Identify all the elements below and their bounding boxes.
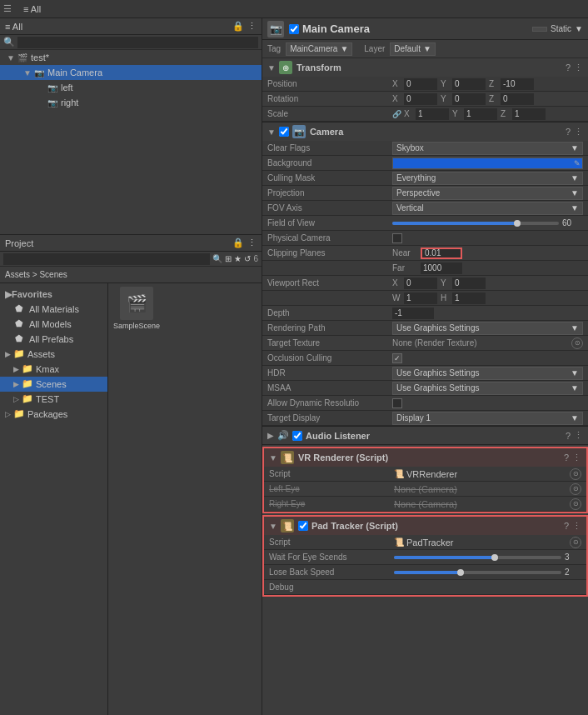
static-dropdown-icon[interactable]: ▼ — [575, 24, 583, 33]
background-color-swatch[interactable]: ✎ — [392, 158, 583, 169]
settings-icon[interactable]: ⋮ — [572, 521, 581, 532]
position-x-input[interactable] — [404, 78, 437, 90]
tree-item-all-prefabs[interactable]: ⬟ All Prefabs — [0, 332, 107, 347]
target-texture-select-button[interactable]: ⊙ — [571, 338, 583, 349]
clipping-far-input[interactable] — [421, 262, 462, 274]
scale-z-input[interactable] — [512, 108, 546, 120]
fov-slider-thumb[interactable] — [514, 220, 521, 227]
target-display-dropdown[interactable]: Display 1 ▼ — [392, 412, 583, 425]
vr-renderer-title: VR Renderer (Script) — [298, 452, 564, 462]
settings-icon[interactable]: ⋮ — [574, 430, 583, 441]
viewport-x-input[interactable] — [404, 278, 437, 289]
content-item-sample-scene[interactable]: 🎬 SampleScene — [112, 287, 162, 330]
camera-active-toggle[interactable] — [279, 127, 289, 137]
help-icon[interactable]: ? — [566, 62, 571, 72]
lose-slider-thumb[interactable] — [457, 569, 464, 576]
help-icon[interactable]: ? — [566, 431, 571, 441]
clipping-near-input[interactable] — [421, 248, 462, 259]
hierarchy-lock-icon[interactable]: 🔒 — [232, 21, 244, 32]
pad-active-toggle[interactable] — [298, 521, 308, 531]
hdr-dropdown[interactable]: Use Graphics Settings ▼ — [392, 367, 583, 380]
viewport-h-input[interactable] — [452, 292, 486, 304]
scale-x-input[interactable] — [416, 108, 449, 120]
vr-arrow-icon: ▼ — [269, 453, 277, 462]
depth-input[interactable] — [392, 308, 434, 319]
z-label: Z — [489, 79, 497, 88]
msaa-dropdown[interactable]: Use Graphics Settings ▼ — [392, 382, 583, 395]
help-icon[interactable]: ? — [564, 521, 569, 531]
help-icon[interactable]: ? — [564, 452, 569, 462]
target-texture-object: None (Render Texture) — [392, 338, 571, 348]
static-button[interactable] — [532, 27, 547, 32]
physical-camera-checkbox[interactable] — [392, 233, 402, 243]
position-y-input[interactable] — [452, 78, 486, 90]
clear-flags-dropdown[interactable]: Skybox ▼ — [392, 142, 583, 155]
lose-slider-track[interactable] — [394, 571, 561, 574]
hierarchy-panel: ≡ All 🔒 ⋮ 🔍 ▼ 🎬 test* ▼ 📷 Main Camera 📷 … — [0, 18, 262, 235]
tree-item-test[interactable]: ▷ 📁 TEST — [0, 392, 107, 407]
vr-renderer-header[interactable]: ▼ 📜 VR Renderer (Script) ? ⋮ — [264, 448, 586, 467]
hierarchy-item-left[interactable]: 📷 left — [0, 80, 262, 95]
hierarchy-item-test[interactable]: ▼ 🎬 test* — [0, 50, 262, 65]
refresh-icon[interactable]: ↺ — [244, 254, 251, 263]
rotation-z-input[interactable] — [501, 93, 534, 105]
star-icon[interactable]: ★ — [234, 254, 242, 263]
projection-dropdown[interactable]: Perspective ▼ — [392, 187, 583, 200]
pad-tracker-header[interactable]: ▼ 📜 Pad Tracker (Script) ? ⋮ — [264, 517, 586, 535]
pad-script-value: 📜 PadTracker ⊙ — [394, 537, 581, 548]
settings-icon[interactable]: ⋮ — [572, 452, 581, 463]
tree-item-kmax[interactable]: ▶ 📁 Kmax — [0, 362, 107, 377]
culling-mask-dropdown[interactable]: Everything ▼ — [392, 172, 583, 185]
prefab-icon: ⬟ — [15, 333, 27, 345]
hierarchy-search-input[interactable] — [17, 37, 258, 48]
pad-script-label: Script — [269, 538, 394, 547]
rotation-x-input[interactable] — [404, 93, 437, 105]
camera-header[interactable]: ▼ 📷 Camera ? ⋮ — [262, 122, 588, 141]
tree-item-packages[interactable]: ▷ 📁 Packages — [0, 407, 107, 422]
rotation-y-input[interactable] — [452, 93, 486, 105]
project-search-input[interactable] — [3, 253, 210, 265]
vr-left-eye-select-button[interactable]: ⊙ — [570, 483, 581, 495]
audio-active-toggle[interactable] — [292, 431, 302, 441]
pad-script-select-button[interactable]: ⊙ — [570, 537, 581, 548]
tree-item-all-materials[interactable]: ⬟ All Materials — [0, 302, 107, 317]
layer-dropdown[interactable]: Default ▼ — [390, 42, 436, 56]
tree-item-label: Kmax — [36, 364, 59, 374]
vr-script-select-button[interactable]: ⊙ — [570, 468, 581, 480]
hierarchy-tab[interactable]: ≡ All — [17, 4, 47, 14]
tag-dropdown[interactable]: MainCamera ▼ — [286, 42, 352, 56]
fov-axis-dropdown[interactable]: Vertical ▼ — [392, 202, 583, 215]
audio-listener-title: Audio Listener — [306, 431, 566, 441]
camera-header-icons: ? ⋮ — [566, 127, 583, 138]
hierarchy-more-icon[interactable]: ⋮ — [247, 21, 257, 32]
viewport-y-input[interactable] — [452, 278, 486, 289]
settings-icon[interactable]: ⋮ — [574, 62, 583, 73]
audio-listener-component[interactable]: ▶ 🔊 Audio Listener ? ⋮ — [262, 427, 588, 445]
hdr-text: Use Graphics Settings — [396, 368, 480, 378]
rendering-path-dropdown[interactable]: Use Graphics Settings ▼ — [392, 322, 583, 335]
tree-item-all-models[interactable]: ⬟ All Models — [0, 317, 107, 332]
allow-dynamic-checkbox[interactable] — [392, 398, 402, 408]
fov-axis-row: FOV Axis Vertical ▼ — [262, 201, 588, 216]
y-label: Y — [441, 278, 449, 288]
scale-y-input[interactable] — [464, 108, 497, 120]
hierarchy-item-main-camera[interactable]: ▼ 📷 Main Camera — [0, 65, 262, 80]
tree-item-scenes[interactable]: ▶ 📁 Scenes — [0, 377, 107, 392]
help-icon[interactable]: ? — [566, 127, 571, 137]
vr-right-eye-select-button[interactable]: ⊙ — [570, 498, 581, 510]
viewport-w-input[interactable] — [404, 292, 437, 304]
transform-header[interactable]: ▼ ⊕ Transform ? ⋮ — [262, 58, 588, 77]
layout-icon[interactable]: ⊞ — [225, 254, 232, 263]
active-toggle[interactable] — [289, 24, 299, 34]
wait-slider-thumb[interactable] — [491, 554, 498, 561]
hierarchy-item-right[interactable]: 📷 right — [0, 95, 262, 110]
project-lock-icon[interactable]: 🔒 — [232, 238, 244, 248]
rotation-value: X Y Z — [392, 93, 583, 105]
fov-slider-track[interactable] — [392, 222, 559, 225]
position-z-input[interactable] — [501, 78, 534, 90]
project-more-icon[interactable]: ⋮ — [247, 238, 257, 248]
settings-icon[interactable]: ⋮ — [574, 127, 583, 138]
tree-item-assets[interactable]: ▶ 📁 Assets — [0, 347, 107, 362]
wait-slider-track[interactable] — [394, 556, 561, 559]
occlusion-culling-checkbox[interactable]: ✓ — [392, 353, 402, 363]
